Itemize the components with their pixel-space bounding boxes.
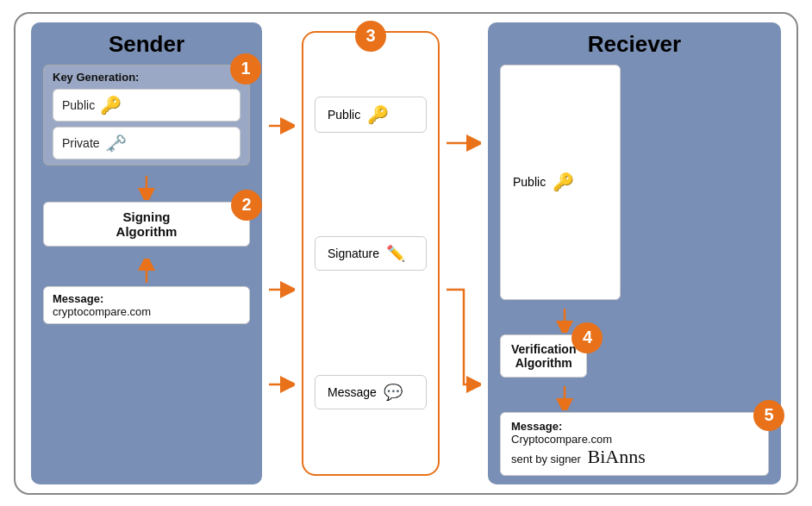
private-key-box: Private 🗝️ [53,127,240,159]
sender-message-box: Message: cryptocompare.com [43,286,250,324]
receiver-title: Reciever [500,31,769,58]
middle-public-box: Public 🔑 [315,97,427,133]
key-gen-box: Key Generation: Public 🔑 Private 🗝️ 1 [43,65,250,166]
middle-signature-label: Signature [328,247,379,260]
signature-scrawl: BiAnns [588,446,646,467]
sender-title: Sender [43,31,250,58]
step-4-circle: 4 [572,322,603,353]
sender-to-middle-arrows [269,22,295,484]
step-5-circle: 5 [753,400,784,431]
key-gen-title: Key Generation: [53,71,240,84]
receiver-message-box: Message: Cryptocompare.comsent by signer… [500,412,769,476]
middle-message-label: Message [328,385,377,399]
signing-algorithm-box: SigningAlgorithm [43,202,250,247]
main-container: Sender Key Generation: Public 🔑 Private … [14,12,798,495]
public-key-box: Public 🔑 [53,89,240,122]
receiver-public-box: Public 🔑 [500,65,621,300]
receiver-panel: Reciever Public 🔑 [488,22,781,484]
private-key-label: Private [62,136,100,150]
receiver-key-icon: 🔑 [553,172,574,192]
middle-public-label: Public [328,108,360,122]
sender-panel: Sender Key Generation: Public 🔑 Private … [31,22,262,484]
middle-to-receiver-arrows [447,22,481,484]
public-key-label: Public [62,98,95,112]
diagram-row: Sender Key Generation: Public 🔑 Private … [31,22,781,484]
arrow-down-to-result [552,384,578,410]
receiver-public-label: Public [513,175,546,189]
middle-panel: 3 Public 🔑 Signature ✏️ Message 💬 [302,31,440,476]
gray-key-icon: 🔑 [100,95,122,116]
receiver-message-label: Message: [511,420,562,433]
arrow-up-message [134,259,159,284]
step-2-circle: 2 [231,190,262,221]
sender-message-value: cryptocompare.com [53,305,151,318]
gold-key-icon: 🗝️ [105,133,127,153]
middle-message-box: Message 💬 [315,375,427,409]
step-3-circle: 3 [355,21,386,52]
sender-message-label: Message: [53,292,103,305]
arrow-down-private [134,174,159,200]
step-1-circle: 1 [230,53,261,84]
middle-signature-box: Signature ✏️ [315,236,427,271]
middle-key-icon: 🔑 [367,104,389,125]
middle-pencil-icon: ✏️ [386,244,405,263]
middle-chat-icon: 💬 [384,383,403,402]
